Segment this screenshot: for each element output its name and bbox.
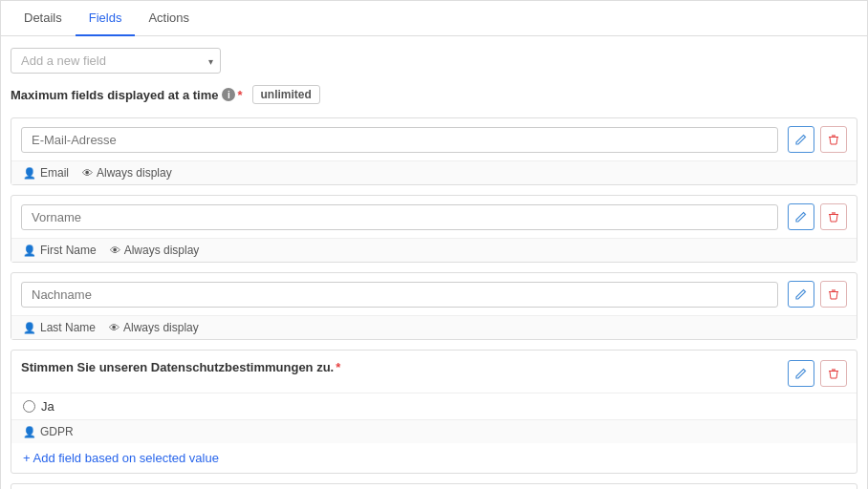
user-icon: 👤 bbox=[23, 167, 36, 180]
email-field-bottom: 👤 Email 👁 Always display bbox=[11, 161, 857, 184]
tab-actions[interactable]: Actions bbox=[135, 1, 203, 36]
nachname-field-actions bbox=[788, 281, 847, 308]
gdpr-field-actions bbox=[788, 360, 847, 387]
vorname-display-label: Always display bbox=[124, 244, 200, 257]
info-icon: i bbox=[222, 88, 235, 101]
nachname-meta-type: 👤 Last Name bbox=[23, 321, 96, 334]
gdpr-meta-type: GDPR bbox=[40, 425, 74, 438]
vorname-meta-display: 👁 Always display bbox=[110, 244, 200, 257]
svg-rect-1 bbox=[829, 214, 838, 215]
svg-rect-3 bbox=[829, 371, 838, 372]
nachname-field-input[interactable] bbox=[21, 282, 778, 308]
user-icon-4: 👤 bbox=[23, 426, 36, 438]
email-meta-type: 👤 Email bbox=[23, 166, 69, 180]
add-field-select[interactable]: Add a new field bbox=[11, 48, 221, 74]
user-icon-3: 👤 bbox=[23, 322, 36, 334]
gdpr-card: Stimmen Sie unseren Datenschutzbestimmun… bbox=[11, 350, 857, 474]
field-card-vorname: 👤 First Name 👁 Always display bbox=[11, 195, 857, 263]
field-card-email: 👤 Email 👁 Always display bbox=[11, 117, 857, 185]
email-display-label: Always display bbox=[97, 166, 172, 180]
add-field-based-link[interactable]: + Add field based on selected value bbox=[23, 451, 219, 465]
user-icon-2: 👤 bbox=[23, 244, 36, 257]
gdpr-radio-input[interactable] bbox=[23, 400, 35, 413]
vorname-edit-button[interactable] bbox=[788, 203, 814, 230]
field-card-nachname: 👤 Last Name 👁 Always display bbox=[11, 272, 857, 340]
tab-details[interactable]: Details bbox=[11, 1, 76, 36]
email-type-label: Email bbox=[40, 166, 69, 180]
nachname-edit-button[interactable] bbox=[788, 281, 814, 308]
nachname-meta-display: 👁 Always display bbox=[109, 321, 199, 334]
eye-icon: 👁 bbox=[82, 167, 93, 179]
eye-icon-2: 👁 bbox=[110, 244, 120, 256]
submit-card: Anmelden bbox=[11, 483, 857, 489]
vorname-meta-type: 👤 First Name bbox=[23, 244, 97, 257]
required-indicator: * bbox=[237, 88, 242, 102]
max-fields-label: Maximum fields displayed at a time bbox=[11, 88, 218, 102]
gdpr-title: Stimmen Sie unseren Datenschutzbestimmun… bbox=[21, 360, 778, 374]
add-field-based-row: + Add field based on selected value bbox=[11, 443, 857, 473]
email-meta-display: 👁 Always display bbox=[82, 166, 172, 180]
gdpr-radio-row: Ja bbox=[11, 393, 857, 419]
svg-rect-2 bbox=[829, 291, 838, 292]
nachname-display-label: Always display bbox=[123, 321, 199, 334]
email-field-input[interactable] bbox=[21, 127, 778, 153]
gdpr-edit-button[interactable] bbox=[788, 360, 814, 387]
gdpr-required: * bbox=[336, 360, 340, 374]
svg-rect-0 bbox=[829, 137, 838, 138]
unlimited-badge: unlimited bbox=[252, 85, 320, 104]
email-field-actions bbox=[788, 126, 847, 153]
tabs-bar: Details Fields Actions bbox=[1, 1, 867, 36]
gdpr-title-text: Stimmen Sie unseren Datenschutzbestimmun… bbox=[21, 360, 334, 374]
vorname-field-input[interactable] bbox=[21, 204, 778, 230]
fields-content: Add a new field ▾ Maximum fields display… bbox=[1, 36, 867, 489]
gdpr-card-bottom: 👤 GDPR bbox=[11, 419, 857, 443]
main-container: Details Fields Actions Add a new field ▾… bbox=[0, 0, 868, 489]
email-edit-button[interactable] bbox=[788, 126, 814, 153]
nachname-field-bottom: 👤 Last Name 👁 Always display bbox=[11, 316, 857, 339]
gdpr-card-top: Stimmen Sie unseren Datenschutzbestimmun… bbox=[11, 351, 857, 393]
tab-fields[interactable]: Fields bbox=[76, 1, 136, 36]
email-delete-button[interactable] bbox=[820, 126, 847, 153]
eye-icon-3: 👁 bbox=[109, 322, 119, 333]
max-fields-row: Maximum fields displayed at a time i * u… bbox=[11, 85, 857, 104]
vorname-type-label: First Name bbox=[40, 244, 97, 257]
gdpr-radio-label: Ja bbox=[41, 399, 54, 414]
vorname-field-actions bbox=[788, 203, 847, 230]
add-field-row: Add a new field ▾ bbox=[11, 48, 857, 74]
vorname-field-bottom: 👤 First Name 👁 Always display bbox=[11, 239, 857, 262]
gdpr-delete-button[interactable] bbox=[820, 360, 847, 387]
field-card-email-top bbox=[11, 118, 857, 161]
field-card-nachname-top bbox=[11, 273, 857, 316]
field-card-vorname-top bbox=[11, 196, 857, 239]
vorname-delete-button[interactable] bbox=[820, 203, 847, 230]
nachname-type-label: Last Name bbox=[40, 321, 96, 334]
submit-card-inner: Anmelden bbox=[11, 484, 857, 489]
add-field-wrapper[interactable]: Add a new field ▾ bbox=[11, 48, 221, 74]
nachname-delete-button[interactable] bbox=[820, 281, 847, 308]
